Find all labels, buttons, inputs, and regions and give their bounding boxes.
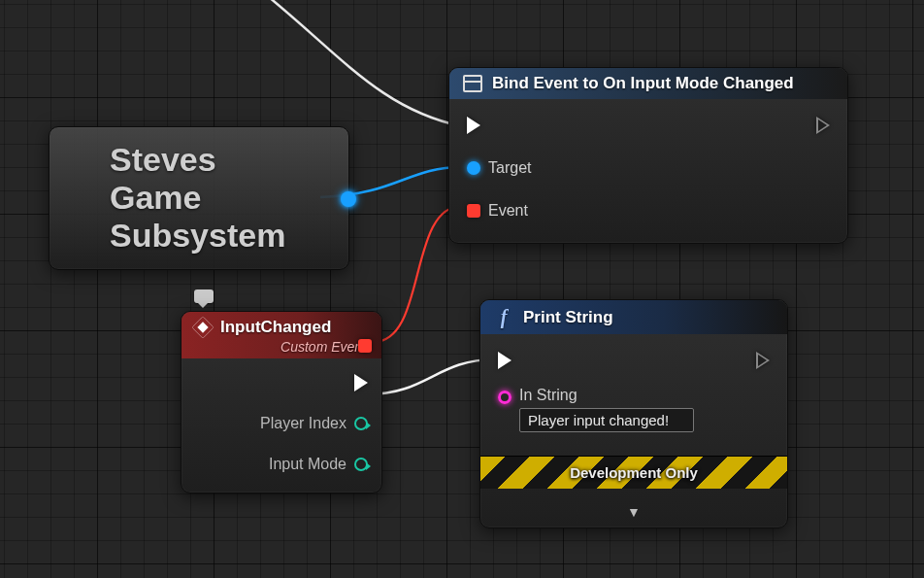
node-print-string[interactable]: f Print String In String Player input ch…	[479, 299, 788, 528]
subsystem-title: Steves Game Subsystem	[50, 127, 348, 255]
expand-node-caret[interactable]: ▼	[498, 502, 770, 527]
node-custom-event[interactable]: InputChanged Custom Event Player Index I…	[181, 311, 382, 493]
event-player-index-label: Player Index	[260, 415, 346, 432]
development-only-banner: Development Only	[480, 456, 787, 489]
event-input-mode-label: Input Mode	[269, 456, 346, 473]
subsystem-title-line3: Subsystem	[110, 217, 348, 255]
event-exec-out-pin[interactable]	[354, 374, 368, 391]
event-player-index-pin[interactable]	[354, 417, 368, 430]
print-exec-out-pin[interactable]	[756, 352, 770, 369]
bind-exec-out-pin[interactable]	[816, 117, 830, 134]
subsystem-title-line2: Game	[110, 179, 348, 217]
bind-node-header: Bind Event to On Input Mode Changed	[449, 68, 847, 99]
bind-target-pin[interactable]	[467, 161, 480, 175]
print-instring-label: In String	[519, 387, 694, 404]
node-subsystem-variable[interactable]: Steves Game Subsystem	[49, 126, 349, 270]
subsystem-output-pin[interactable]	[341, 191, 356, 207]
event-header-icon	[192, 317, 214, 339]
subsystem-title-line1: Steves	[110, 141, 348, 179]
bind-exec-in-pin[interactable]	[467, 117, 480, 134]
bind-event-label: Event	[488, 202, 528, 220]
node-bind-event[interactable]: Bind Event to On Input Mode Changed Targ…	[448, 67, 848, 244]
bind-event-pin[interactable]	[467, 204, 480, 218]
event-node-header: InputChanged Custom Event	[182, 312, 381, 358]
bind-header-icon	[463, 75, 482, 92]
bind-node-title: Bind Event to On Input Mode Changed	[492, 74, 794, 93]
print-instring-pin[interactable]	[498, 391, 512, 404]
event-node-title: InputChanged	[220, 318, 331, 337]
print-node-title: Print String	[523, 308, 613, 327]
function-icon: f	[494, 306, 513, 328]
bind-target-label: Target	[488, 159, 531, 177]
event-delegate-out-pin[interactable]	[358, 339, 372, 353]
print-node-header: f Print String	[480, 300, 787, 334]
comment-icon[interactable]	[194, 289, 214, 303]
event-node-subtitle: Custom Event	[193, 337, 370, 355]
print-instring-value[interactable]: Player input changed!	[519, 408, 694, 432]
event-input-mode-pin[interactable]	[354, 458, 368, 471]
print-exec-in-pin[interactable]	[498, 352, 512, 369]
